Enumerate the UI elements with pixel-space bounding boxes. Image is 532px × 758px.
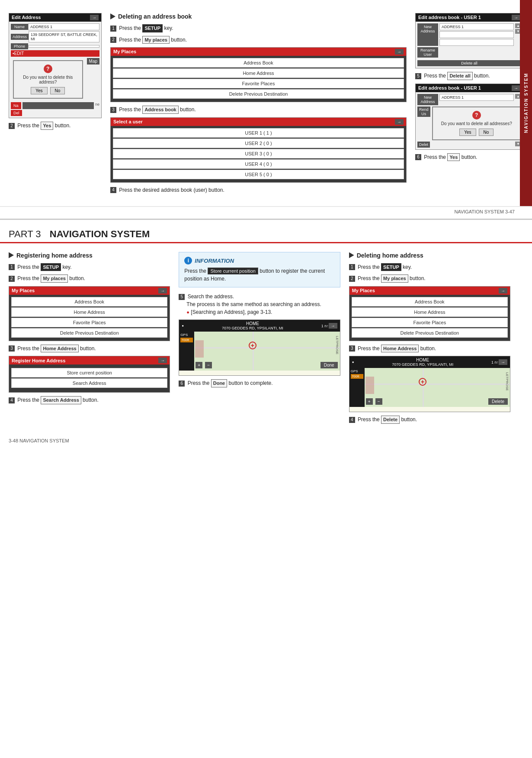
page-footer-text: NAVIGATION SYSTEM 3-47 [454,209,515,214]
map-back-btn[interactable]: → [329,323,337,329]
yes-btn-2[interactable]: Yes [459,129,476,136]
search-address-item[interactable]: Search Address [11,378,167,388]
col3-edit-book: Edit address book - USER 1 → NewAddress … [415,13,523,197]
book-value-3 [439,39,514,46]
no-btn-2[interactable]: No [479,129,494,136]
page-bottom-footer-text: 3-48 NAVIGATION SYSTEM [9,438,69,443]
delete-all-btn[interactable]: Delete all [417,60,521,66]
b3-list-item-3[interactable]: Delete Previous Destination [352,328,508,338]
user-item-1[interactable]: USER 2 ( 0 ) [113,139,404,148]
map-crosshair [249,342,256,349]
list-item-0[interactable]: Address Book [113,58,404,68]
b-my-places-title: My Places [12,288,35,294]
map-screen-done: ● HOME 7070 GEDDES RD, YPSILANTI, MI 1 n… [179,319,340,376]
part-header-text: PART 3 NAVIGATION SYSTEM [9,229,523,240]
edit-addr-back-btn[interactable]: → [90,15,99,20]
step2-pre: Press the [17,123,39,129]
delete-all-inline: Delete all [447,72,472,80]
edit-addr-header: Edit Address → [9,13,101,22]
b3-map-back[interactable]: → [499,359,507,365]
s1-num: 1 [110,26,116,32]
zoom-level: 700ft [180,338,193,342]
edit-addr-body: Name ADDRESS 1 Address 139 SEEDORFF ST, … [9,22,101,118]
edit-book-back-2[interactable]: → [512,85,520,91]
delete-map-btn[interactable]: Delete [488,398,508,405]
b3-zoom-in[interactable]: + [366,398,373,405]
no-button[interactable]: No [50,87,65,94]
na-button[interactable]: Na [11,102,21,109]
phone-value [28,45,99,48]
map-button[interactable]: Map [87,58,99,65]
new-addr-label-2: NewAddress [417,94,438,105]
b-search-addr-btn: Search Address [41,396,81,404]
user-item-2[interactable]: USER 3 ( 0 ) [113,149,404,158]
s5-num: 5 [415,73,421,79]
user-item-4[interactable]: USER 5 ( 0 ) [113,170,404,179]
yes-button[interactable]: Yes [31,87,47,94]
road-h [194,347,340,348]
b-step1: 1 Press the SETUP key. [9,263,170,271]
rename-user-btn[interactable]: RenameUser [417,47,438,58]
b-my-places-screen: My Places → Address Book Home Address Fa… [9,286,170,341]
part-title: NAVIGATION SYSTEM [50,229,150,239]
b3-map-header: ● HOME 7070 GEDDES RD, YPSILANTI, MI 1 n… [349,356,510,368]
edit-address-screen: Edit Address → Name ADDRESS 1 Address 13… [9,13,102,118]
b3-list-item-1[interactable]: Home Address [352,307,508,317]
name-label: Name [11,24,28,30]
b-step2: 2 Press the My places button. [9,274,170,283]
map-header: ● HOME 7070 GEDDES RD, YPSILANTI, MI 1 n… [179,320,340,332]
b-step4: 4 Press the Search Address button. [9,396,170,404]
side-tab: NAVIGATION SYSTEM [520,0,532,206]
edit-book-title-2: Edit address book - USER 1 [418,85,481,91]
edit-book-body-2: NewAddress ADDRESS 1 ▲ RendUs ? Do you w… [416,92,523,149]
question-icon: ? [44,65,52,73]
my-places-btn: My places [142,36,170,44]
map-distance: 1 n↑ [321,324,329,328]
list-item-2[interactable]: Favorite Places [113,79,404,88]
book-value-1: ADDRESS 1 [439,23,514,30]
info-icon: i [184,257,192,264]
book-row-rename: RenameUser [417,47,521,58]
b-list-item-0[interactable]: Address Book [11,297,167,306]
select-user-back[interactable]: → [395,119,404,125]
register-header: Register Home Address → [9,356,170,364]
edit-book-back-1[interactable]: → [512,15,520,20]
del-button[interactable]: Del [11,110,22,116]
step5: 5 Press the Delete all button. [415,72,523,80]
store-position-highlight: Store current position [208,268,258,274]
b3-delete-btn: Delete [381,416,400,424]
user-item-3[interactable]: USER 4 ( 0 ) [113,159,404,169]
b-list-item-2[interactable]: Favorite Places [11,318,167,327]
b3-road-h [365,384,510,385]
list-item-1[interactable]: Home Address [113,68,404,78]
map-body: + − Done LETPROSE [194,332,340,371]
s6-num: 6 [415,154,421,160]
select-user-title: Select a user [113,119,143,125]
my-places-back[interactable]: → [395,49,404,55]
b-list-item-3[interactable]: Delete Previous Destination [11,328,167,338]
store-position-item[interactable]: Store current position [11,368,167,377]
b-my-places-back[interactable]: → [158,288,167,294]
edit-book-screen-2: Edit address book - USER 1 → NewAddress … [415,84,523,150]
rend-btn[interactable]: RendUs [417,106,430,117]
info-box: i INFORMATION Press the Store current po… [179,252,340,288]
b3-my-places-back[interactable]: → [499,288,507,294]
list-item-3[interactable]: Delete Previous Destination [113,89,404,99]
zoom-in-btn[interactable]: + [195,362,202,368]
delete-btn-2[interactable]: Delet [417,142,430,148]
info-title: INFORMATION [195,257,234,265]
gps-indicator: GPS [180,333,193,337]
register-back[interactable]: → [158,358,167,363]
done-btn[interactable]: Done [320,362,338,368]
yes-inline-btn: Yes [41,122,53,130]
b3-list-item-0[interactable]: Address Book [352,297,508,306]
b3-list-item-2[interactable]: Favorite Places [352,318,508,327]
b-list-item-1[interactable]: Home Address [11,307,167,317]
user-item-0[interactable]: USER 1 ( 1 ) [113,128,404,138]
zoom-out-btn[interactable]: − [205,362,212,368]
b3-zoom-out[interactable]: − [375,398,382,405]
step6: 6 Press the Yes button. [415,153,523,161]
b3-map-body: + − Delete LETPROSE [365,368,510,407]
my-places-screen: My Places → Address Book Home Address Fa… [110,47,407,102]
step2-suf: button. [55,123,71,129]
